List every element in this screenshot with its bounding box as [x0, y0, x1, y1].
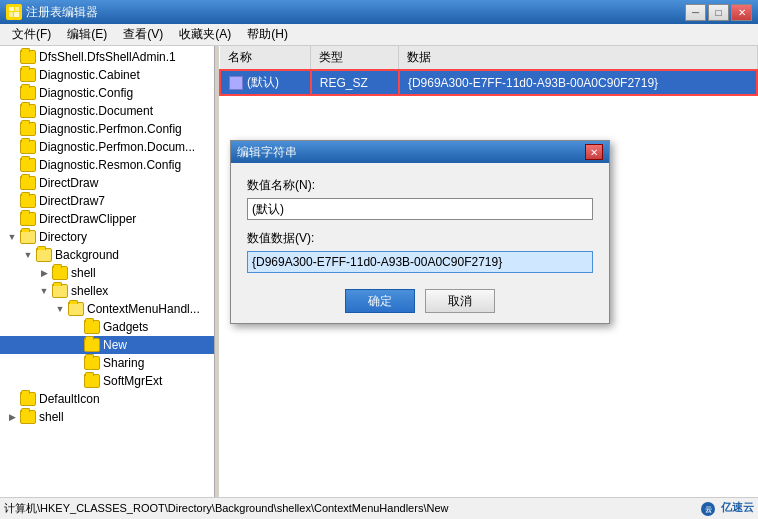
dialog-title-text: 编辑字符串 — [237, 144, 585, 161]
dialog-overlay: 编辑字符串 ✕ 数值名称(N): 数值数据(V): 确定 取消 — [0, 0, 758, 519]
data-input[interactable] — [247, 251, 593, 273]
data-label: 数值数据(V): — [247, 230, 593, 247]
edit-string-dialog: 编辑字符串 ✕ 数值名称(N): 数值数据(V): 确定 取消 — [230, 140, 610, 324]
dialog-title-bar: 编辑字符串 ✕ — [231, 141, 609, 163]
ok-button[interactable]: 确定 — [345, 289, 415, 313]
dialog-buttons: 确定 取消 — [247, 289, 593, 313]
dialog-body: 数值名称(N): 数值数据(V): 确定 取消 — [231, 163, 609, 323]
name-label: 数值名称(N): — [247, 177, 593, 194]
name-input[interactable] — [247, 198, 593, 220]
cancel-button[interactable]: 取消 — [425, 289, 495, 313]
dialog-close-button[interactable]: ✕ — [585, 144, 603, 160]
